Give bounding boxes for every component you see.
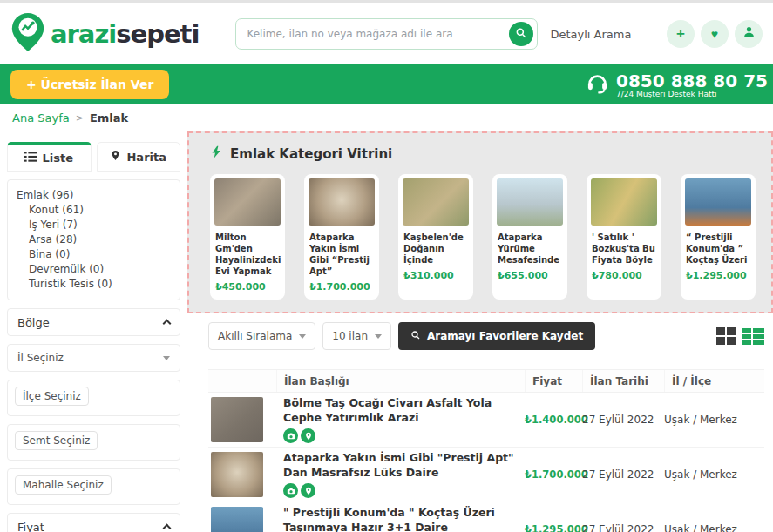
support-phone-block[interactable]: 0850 888 80 75 7/24 Müşteri Destek Hattı [586, 71, 768, 98]
listing-photo [497, 178, 563, 226]
chevron-up-icon [163, 524, 172, 532]
region-section-header[interactable]: Bölge [7, 308, 180, 336]
add-listing-button[interactable]: + [667, 20, 695, 48]
breadcrumb-separator: > [76, 112, 84, 124]
category-emlak[interactable]: Emlak (96) [17, 188, 171, 203]
main-content: Emlak Kategori Vitrini Milton Gm'den Hay… [187, 131, 773, 532]
card-price: ₺450.000 [214, 281, 281, 293]
chevron-down-icon [163, 356, 170, 360]
location-pin-icon [301, 483, 315, 498]
card-price: ₺780.000 [591, 270, 657, 281]
table-row[interactable]: Ataparka Yakın İsmi Gibi "Prestij Apt" D… [208, 448, 764, 502]
showcase-card[interactable]: Kaşbelen'de Doğanın İçinde ₺310.000 [398, 174, 473, 300]
price-section-header[interactable]: Fiyat [7, 513, 180, 532]
card-price: ₺1.295.000 [685, 270, 751, 281]
breadcrumb: Ana Sayfa > Emlak [0, 104, 773, 131]
chevron-down-icon [299, 334, 306, 339]
search-icon [515, 27, 527, 42]
quarter-select[interactable]: Semt Seçiniz [7, 424, 180, 461]
listings-table-header: İlan Başlığı Fiyat İlan Tarihi İl / İlçe [208, 369, 764, 393]
neighborhood-select[interactable]: Mahalle Seçiniz [7, 468, 180, 505]
search-input[interactable] [247, 28, 509, 40]
view-tabs: Liste Harita [7, 142, 180, 172]
save-search-button[interactable]: Aramayı Favorilere Kaydet [398, 322, 595, 350]
region-section-title: Bölge [17, 316, 50, 329]
thumb-column-header [208, 370, 276, 392]
headset-icon [586, 71, 609, 98]
logo[interactable]: arazisepeti [10, 12, 199, 56]
per-page-select[interactable]: 10 ilan [322, 322, 391, 350]
showcase-card[interactable]: ' Satılık ' Bozkuş'ta Bu Fiyata Böyle ₺7… [587, 174, 661, 300]
category-turistik-tesis[interactable]: Turistik Tesis (0) [17, 277, 171, 292]
listing-price: ₺1.700.000 [525, 468, 582, 481]
card-price: ₺310.000 [403, 270, 469, 281]
site-header: arazisepeti Detaylı Arama + ♥ [0, 3, 773, 64]
view-toggle [716, 327, 764, 345]
promo-bar: + Ücretsiz İlan Ver 0850 888 80 75 7/24 … [0, 64, 773, 104]
map-pin-logo-icon [10, 12, 45, 56]
tab-harita-label: Harita [126, 151, 166, 164]
tab-liste[interactable]: Liste [7, 142, 92, 172]
listing-date: 27 Eylül 2022 [582, 468, 664, 481]
detailed-search-link[interactable]: Detaylı Arama [550, 28, 631, 41]
grid-view-icon[interactable] [716, 327, 736, 345]
listing-title[interactable]: Ataparka Yakın İsmi Gibi "Prestij Apt" D… [283, 451, 518, 481]
listing-location: Uşak / Merkez [664, 414, 764, 426]
card-title: ' Satılık ' Bozkuş'ta Bu Fiyata Böyle [592, 232, 656, 266]
card-title: Ataparka Yürüme Mesafesinde [498, 232, 562, 266]
sort-select[interactable]: Akıllı Sıralama [208, 322, 315, 350]
showcase-card[interactable]: Ataparka Yürüme Mesafesinde ₺655.000 [492, 174, 567, 300]
list-view-icon[interactable] [742, 328, 764, 345]
listing-thumbnail [211, 452, 263, 497]
district-select-label[interactable]: İlçe Seçiniz [15, 387, 89, 406]
filter-sidebar: Liste Harita Emlak (96) Konut (61) İş Ye… [0, 131, 187, 532]
table-row[interactable]: " Prestijli Konum'da " Koçtaş Üzeri Taşı… [208, 502, 764, 532]
title-column-header: İlan Başlığı [276, 370, 525, 392]
listing-title[interactable]: Bölme Taş Ocağı Civarı Asfalt Yola Cephe… [283, 396, 518, 426]
favorites-button[interactable]: ♥ [701, 20, 729, 48]
listing-photo [591, 178, 657, 226]
listing-location: Uşak / Merkez [664, 468, 764, 481]
listing-date: 27 Eylül 2022 [582, 523, 664, 532]
breadcrumb-current: Emlak [90, 111, 128, 125]
neighborhood-select-label[interactable]: Mahalle Seçiniz [15, 475, 112, 495]
tab-harita[interactable]: Harita [97, 142, 181, 172]
showcase-card[interactable]: Milton Gm'den Hayalinizdeki Evi Yapmak ₺… [210, 174, 285, 300]
card-title: Kaşbelen'de Doğanın İçinde [403, 232, 468, 266]
category-devremulk[interactable]: Devremülk (0) [17, 262, 171, 277]
listing-photo [214, 178, 281, 226]
camera-icon [283, 428, 298, 443]
showcase-card[interactable]: Ataparka Yakın İsmi Gibi “Prestij Apt” ₺… [304, 174, 379, 300]
showcase-card[interactable]: “ Prestijli Konum'da ” Koçtaş Üzeri ₺1.2… [681, 174, 756, 300]
logo-text-primary: arazi [51, 19, 116, 49]
quarter-select-label[interactable]: Semt Seçiniz [15, 431, 98, 450]
results-toolbar: Akıllı Sıralama 10 ilan Aramayı Favorile… [208, 322, 764, 350]
listing-title[interactable]: " Prestijli Konum'da " Koçtaş Üzeri Taşı… [283, 506, 518, 532]
sort-select-label: Akıllı Sıralama [218, 330, 292, 342]
district-select[interactable]: İlçe Seçiniz [7, 380, 180, 416]
category-is-yeri[interactable]: İş Yeri (7) [17, 218, 171, 232]
logo-text-secondary: sepeti [116, 19, 199, 49]
search-button[interactable] [509, 22, 533, 46]
free-listing-button[interactable]: + Ücretsiz İlan Ver [10, 70, 169, 99]
tab-liste-label: Liste [42, 152, 73, 165]
card-title: Milton Gm'den Hayalinizdeki Evi Yapmak [215, 232, 280, 277]
location-pin-icon [301, 428, 315, 443]
listing-thumbnail [211, 507, 263, 532]
chevron-up-icon [163, 320, 172, 328]
category-bina[interactable]: Bina (0) [17, 247, 171, 262]
category-showcase: Emlak Kategori Vitrini Milton Gm'den Hay… [187, 131, 773, 313]
logo-text: arazisepeti [51, 19, 199, 49]
listing-photo [685, 178, 751, 226]
category-arsa[interactable]: Arsa (28) [17, 232, 171, 247]
breadcrumb-home-link[interactable]: Ana Sayfa [12, 111, 70, 125]
showcase-title: Emlak Kategori Vitrini [230, 146, 392, 162]
category-list: Emlak (96) Konut (61) İş Yeri (7) Arsa (… [7, 179, 180, 300]
support-phone-number: 0850 888 80 75 [616, 71, 768, 91]
listing-photo [403, 178, 469, 226]
category-konut[interactable]: Konut (61) [17, 203, 171, 218]
table-row[interactable]: Bölme Taş Ocağı Civarı Asfalt Yola Cephe… [208, 393, 764, 448]
province-select[interactable]: İl Seçiniz [7, 344, 180, 372]
account-button[interactable] [735, 20, 763, 48]
showcase-title-row: Emlak Kategori Vitrini [210, 145, 763, 163]
